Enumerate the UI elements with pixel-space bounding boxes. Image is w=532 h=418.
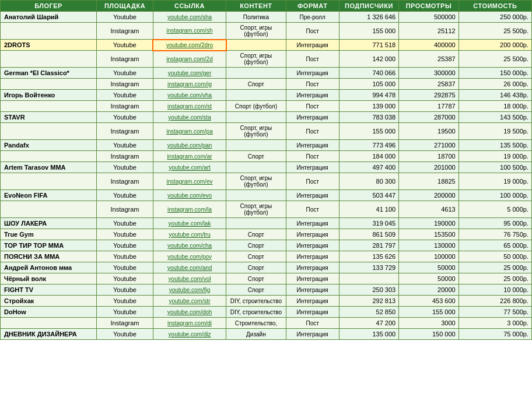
cell-content bbox=[226, 112, 286, 123]
cell-format: Пост bbox=[286, 151, 339, 162]
cell-subscribers: 80 300 bbox=[339, 173, 398, 190]
cell-platform: Youtube bbox=[97, 90, 153, 101]
cell-content: Спорт bbox=[226, 251, 286, 262]
cell-views: 200000 bbox=[399, 190, 459, 201]
cell-blogger: Чёрный волк bbox=[1, 273, 97, 284]
cell-link[interactable]: youtube.com/str bbox=[153, 296, 226, 307]
cell-subscribers: 773 496 bbox=[339, 140, 398, 151]
cell-blogger: Artem Tarasov MMA bbox=[1, 162, 97, 173]
cell-subscribers: 292 813 bbox=[339, 296, 398, 307]
cell-link[interactable]: youtube.com/diz bbox=[153, 329, 226, 340]
table-row: DoHowYoutubeyoutube.com/dohDIY, строител… bbox=[1, 307, 532, 318]
cell-link[interactable]: youtube.com/pan bbox=[153, 140, 226, 151]
cell-link[interactable]: youtube.com/poy bbox=[153, 251, 226, 262]
cell-link[interactable]: instagram.com/ev bbox=[153, 173, 226, 190]
table-row: Instagraminstagram.com/stСпорт (футбол)П… bbox=[1, 101, 532, 112]
cell-platform: Youtube bbox=[97, 284, 153, 296]
cell-subscribers: 135 000 bbox=[339, 329, 398, 340]
cell-cost: 25 000р. bbox=[459, 262, 531, 273]
cell-platform: Youtube bbox=[97, 112, 153, 123]
cell-link[interactable]: instagram.com/2d bbox=[153, 51, 226, 68]
cell-link[interactable]: youtube.com/vha bbox=[153, 90, 226, 101]
cell-link[interactable]: instagram.com/di bbox=[153, 318, 226, 329]
cell-format: Интеграция bbox=[286, 90, 339, 101]
cell-views: 300000 bbox=[399, 68, 459, 79]
cell-link[interactable]: instagram.com/st bbox=[153, 101, 226, 112]
cell-link[interactable]: youtube.com/ger bbox=[153, 68, 226, 79]
cell-blogger: ПОЯСНИ ЗА MMA bbox=[1, 251, 97, 262]
cell-cost: 25 000р. bbox=[459, 273, 531, 284]
cell-link[interactable]: youtube.com/doh bbox=[153, 307, 226, 318]
cell-link[interactable]: youtube.com/art bbox=[153, 162, 226, 173]
cell-views: 271000 bbox=[399, 140, 459, 151]
cell-link[interactable]: instagram.com/pa bbox=[153, 123, 226, 140]
header-format: Формат bbox=[286, 1, 339, 12]
cell-platform: Instagram bbox=[97, 151, 153, 162]
cell-link[interactable]: instagram.com/ig bbox=[153, 79, 226, 90]
cell-format: Интеграция bbox=[286, 273, 339, 284]
cell-platform: Youtube bbox=[97, 240, 153, 251]
cell-link[interactable]: youtube.com/lak bbox=[153, 218, 226, 229]
cell-content bbox=[226, 218, 286, 229]
cell-link[interactable]: youtube.com/vol bbox=[153, 273, 226, 284]
cell-platform: Youtube bbox=[97, 162, 153, 173]
cell-platform: Instagram bbox=[97, 51, 153, 68]
cell-link[interactable]: youtube.com/2dro bbox=[153, 40, 226, 51]
cell-platform: Youtube bbox=[97, 68, 153, 79]
table-row: 2DROTSYoutubeyoutube.com/2droИнтеграция7… bbox=[1, 40, 532, 51]
cell-format: Интеграция bbox=[286, 240, 339, 251]
cell-blogger: Стройхак bbox=[1, 296, 97, 307]
header-blogger: БЛОГЕР bbox=[1, 1, 97, 12]
header-platform: Площадка bbox=[97, 1, 153, 12]
cell-subscribers: 319 045 bbox=[339, 218, 398, 229]
cell-link[interactable]: youtube.com/tru bbox=[153, 229, 226, 240]
cell-link[interactable]: youtube.com/sha bbox=[153, 12, 226, 23]
cell-platform: Youtube bbox=[97, 296, 153, 307]
cell-subscribers: 861 509 bbox=[339, 229, 398, 240]
cell-content: Спорт bbox=[226, 240, 286, 251]
cell-cost: 143 500р. bbox=[459, 112, 531, 123]
cell-subscribers: 281 797 bbox=[339, 240, 398, 251]
cell-cost: 18 000р. bbox=[459, 101, 531, 112]
cell-views: 400000 bbox=[399, 40, 459, 51]
cell-format: Интеграция bbox=[286, 190, 339, 201]
cell-cost: 100 000р. bbox=[459, 190, 531, 201]
cell-subscribers: 41 100 bbox=[339, 201, 398, 218]
table-row: ТОР ТИР ТОР MMAYoutubeyoutube.com/chaСпо… bbox=[1, 240, 532, 251]
cell-cost: 200 000р. bbox=[459, 40, 531, 51]
cell-subscribers: 105 000 bbox=[339, 79, 398, 90]
table-row: Чёрный волкYoutubeyoutube.com/volСпортИн… bbox=[1, 273, 532, 284]
cell-blogger: DoHow bbox=[1, 307, 97, 318]
cell-format: Пре-ролл bbox=[286, 12, 339, 23]
header-content: Контент bbox=[226, 1, 286, 12]
cell-format: Пост bbox=[286, 101, 339, 112]
cell-cost: 226 800р. bbox=[459, 296, 531, 307]
cell-link[interactable]: youtube.com/sta bbox=[153, 112, 226, 123]
cell-link[interactable]: youtube.com/cha bbox=[153, 240, 226, 251]
cell-blogger: Pandafx bbox=[1, 140, 97, 151]
cell-link[interactable]: youtube.com/evo bbox=[153, 190, 226, 201]
table-row: СтройхакYoutubeyoutube.com/strDIY, строи… bbox=[1, 296, 532, 307]
cell-link[interactable]: youtube.com/fig bbox=[153, 284, 226, 296]
cell-subscribers: 47 200 bbox=[339, 318, 398, 329]
cell-blogger: EvoNeon FIFA bbox=[1, 190, 97, 201]
cell-blogger: STAVR bbox=[1, 112, 97, 123]
table-row: Instagraminstagram.com/2dСпорт, игры (фу… bbox=[1, 51, 532, 68]
cell-views: 453 600 bbox=[399, 296, 459, 307]
table-row: ПОЯСНИ ЗА MMAYoutubeyoutube.com/poyСпорт… bbox=[1, 251, 532, 262]
cell-subscribers: 155 000 bbox=[339, 123, 398, 140]
cell-blogger bbox=[1, 318, 97, 329]
cell-cost: 76 750р. bbox=[459, 229, 531, 240]
cell-link[interactable]: instagram.com/sh bbox=[153, 23, 226, 40]
cell-link[interactable]: instagram.com/ar bbox=[153, 151, 226, 162]
cell-link[interactable]: youtube.com/and bbox=[153, 262, 226, 273]
cell-link[interactable]: instagram.com/la bbox=[153, 201, 226, 218]
cell-subscribers: 142 000 bbox=[339, 51, 398, 68]
cell-content: Спорт, игры (футбол) bbox=[226, 173, 286, 190]
cell-subscribers: 783 038 bbox=[339, 112, 398, 123]
cell-subscribers: 740 066 bbox=[339, 68, 398, 79]
cell-views: 17787 bbox=[399, 101, 459, 112]
table-row: Instagraminstagram.com/arСпортПост184 00… bbox=[1, 151, 532, 162]
table-row: STAVRYoutubeyoutube.com/staИнтеграция783… bbox=[1, 112, 532, 123]
cell-platform: Youtube bbox=[97, 251, 153, 262]
